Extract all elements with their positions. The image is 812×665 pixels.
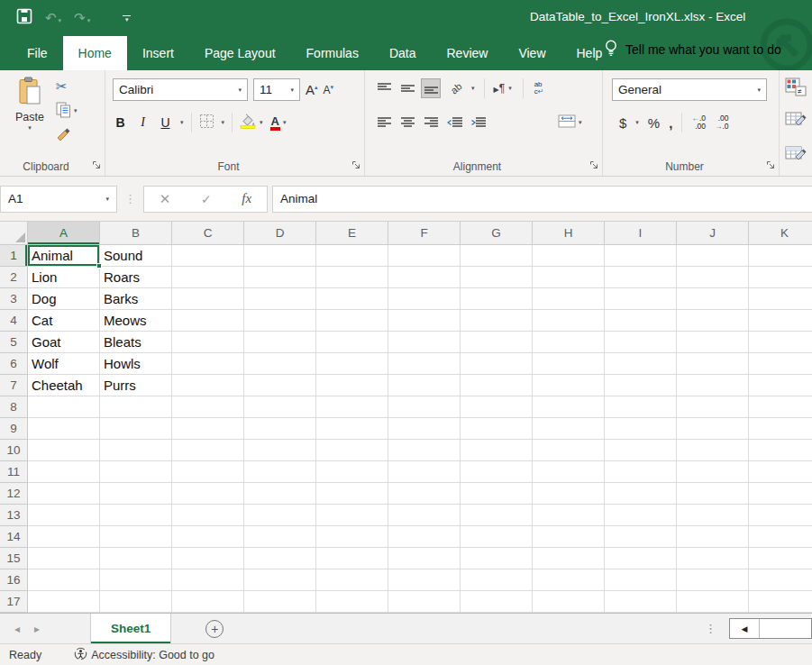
cell-F7[interactable] [388, 375, 461, 396]
cell-I4[interactable] [605, 310, 677, 332]
borders-dropdown-icon[interactable]: ▾ [222, 119, 225, 126]
font-color-dropdown-icon[interactable]: ▾ [283, 119, 287, 126]
col-header-A[interactable]: A [28, 222, 100, 245]
cell-B12[interactable] [100, 483, 172, 505]
scroll-left-icon[interactable]: ◀ [730, 619, 760, 638]
cell-H1[interactable] [533, 245, 605, 267]
cell-G13[interactable] [461, 505, 533, 526]
cell-A6[interactable]: Wolf [28, 353, 100, 375]
cell-C4[interactable] [172, 310, 244, 332]
cell-D4[interactable] [244, 310, 316, 332]
cell-G6[interactable] [461, 353, 533, 375]
cell-E2[interactable] [316, 267, 388, 288]
cell-G2[interactable] [461, 267, 533, 288]
cell-G14[interactable] [461, 526, 533, 548]
cell-G4[interactable] [461, 310, 533, 332]
tab-home[interactable]: Home [63, 36, 127, 70]
row-header-2[interactable]: 2 [0, 267, 28, 288]
currency-dropdown-icon[interactable]: ▾ [635, 119, 639, 126]
cell-G11[interactable] [461, 461, 533, 483]
cell-H9[interactable] [533, 418, 605, 440]
cell-H11[interactable] [533, 461, 605, 483]
cell-H10[interactable] [533, 440, 605, 461]
cut-button[interactable]: ✂ [56, 77, 78, 96]
cell-E17[interactable] [316, 591, 388, 613]
cell-J12[interactable] [677, 483, 749, 505]
row-header-10[interactable]: 10 [0, 440, 28, 461]
merge-center-button[interactable]: ▾ [558, 114, 582, 132]
increase-indent-icon[interactable] [468, 113, 488, 132]
cell-F3[interactable] [388, 288, 461, 310]
name-box[interactable]: A1▾ [0, 186, 117, 213]
cell-F10[interactable] [388, 440, 461, 461]
cell-K10[interactable] [749, 440, 812, 461]
row-header-6[interactable]: 6 [0, 353, 28, 375]
tab-review[interactable]: Review [432, 36, 504, 70]
cell-E11[interactable] [316, 461, 388, 483]
cell-F6[interactable] [388, 353, 461, 375]
cell-I8[interactable] [605, 396, 677, 418]
col-header-I[interactable]: I [605, 222, 677, 245]
cell-D15[interactable] [244, 548, 316, 569]
cell-C7[interactable] [172, 375, 244, 396]
cell-G8[interactable] [461, 396, 533, 418]
cell-K12[interactable] [749, 483, 812, 505]
cell-J5[interactable] [677, 332, 749, 353]
cell-C11[interactable] [172, 461, 244, 483]
show-marks-dropdown-icon[interactable]: ▾ [508, 85, 512, 92]
number-dialog-launcher[interactable] [766, 159, 775, 172]
cell-I14[interactable] [605, 526, 677, 548]
cell-D2[interactable] [244, 267, 316, 288]
undo-button[interactable]: ↶▾ [45, 12, 61, 24]
decrease-font-icon[interactable]: A▾ [324, 84, 334, 96]
decrease-decimal-icon[interactable]: .00→.0 [715, 114, 729, 132]
cell-E15[interactable] [316, 548, 388, 569]
cell-K11[interactable] [749, 461, 812, 483]
cell-A7[interactable]: Cheetah [28, 375, 100, 396]
cell-G5[interactable] [461, 332, 533, 353]
underline-button[interactable]: U [158, 115, 173, 130]
row-header-9[interactable]: 9 [0, 418, 28, 440]
bold-button[interactable]: B [113, 115, 128, 130]
cell-B2[interactable]: Roars [100, 267, 172, 288]
cell-A8[interactable] [28, 396, 100, 418]
row-header-8[interactable]: 8 [0, 396, 28, 418]
cell-H6[interactable] [533, 353, 605, 375]
cell-E1[interactable] [316, 245, 388, 267]
save-icon[interactable] [16, 8, 32, 28]
cell-J10[interactable] [677, 440, 749, 461]
cell-H2[interactable] [533, 267, 605, 288]
decrease-indent-icon[interactable] [444, 113, 464, 132]
cell-K15[interactable] [749, 548, 812, 569]
formula-bar-resize-handle[interactable]: ⋮ [124, 192, 136, 205]
cell-B5[interactable]: Bleats [100, 332, 172, 353]
cell-B4[interactable]: Meows [100, 310, 172, 332]
cell-J15[interactable] [677, 548, 749, 569]
cell-E16[interactable] [316, 569, 388, 591]
cell-G15[interactable] [461, 548, 533, 569]
cell-K16[interactable] [749, 569, 812, 591]
cell-F12[interactable] [388, 483, 461, 505]
cell-C16[interactable] [172, 569, 244, 591]
cell-J1[interactable] [677, 245, 749, 267]
cell-F4[interactable] [388, 310, 461, 332]
add-sheet-button[interactable]: + [205, 620, 224, 638]
cell-J11[interactable] [677, 461, 749, 483]
cell-D8[interactable] [244, 396, 316, 418]
cell-E5[interactable] [316, 332, 388, 353]
cell-A15[interactable] [28, 548, 100, 569]
percent-format-button[interactable]: % [648, 115, 660, 131]
cell-H8[interactable] [533, 396, 605, 418]
cell-J13[interactable] [677, 505, 749, 526]
cell-I12[interactable] [605, 483, 677, 505]
cell-H16[interactable] [533, 569, 605, 591]
cell-G16[interactable] [461, 569, 533, 591]
row-header-5[interactable]: 5 [0, 332, 28, 353]
cell-A9[interactable] [28, 418, 100, 440]
cell-A14[interactable] [28, 526, 100, 548]
cell-G12[interactable] [461, 483, 533, 505]
cell-C10[interactable] [172, 440, 244, 461]
col-header-B[interactable]: B [100, 222, 172, 245]
cell-I5[interactable] [605, 332, 677, 353]
row-header-14[interactable]: 14 [0, 526, 28, 548]
